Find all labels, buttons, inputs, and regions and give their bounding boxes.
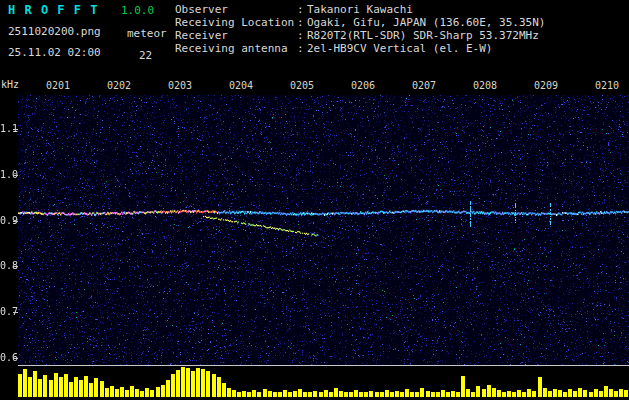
amp-bar	[94, 378, 98, 397]
amp-bar	[517, 390, 521, 397]
amp-bar	[599, 391, 603, 397]
amp-bar	[171, 374, 175, 397]
amp-bar	[344, 392, 348, 397]
info-line-receiver: Receiver:R820T2(RTL-SDR) SDR-Sharp 53.37…	[175, 29, 545, 42]
amp-bar	[415, 392, 419, 397]
amp-bar	[543, 388, 547, 397]
amp-bar	[69, 382, 73, 397]
amp-bar	[441, 390, 445, 397]
amp-bar	[176, 370, 180, 397]
amp-bar	[59, 377, 63, 397]
amp-bar	[227, 388, 231, 397]
amp-bar	[527, 389, 531, 397]
amp-bar	[385, 390, 389, 397]
amp-bar	[410, 392, 414, 397]
amp-bar	[339, 391, 343, 397]
time-tick-label: 0208	[473, 80, 497, 91]
info-value: Takanori Kawachi	[307, 3, 413, 16]
freq-tickmark	[13, 175, 18, 176]
amp-bar	[89, 383, 93, 397]
freq-tickmark	[13, 358, 18, 359]
app-title: H R O F F T	[8, 3, 98, 17]
info-colon: :	[297, 3, 307, 16]
amp-bar	[619, 389, 623, 397]
amp-bar	[115, 389, 119, 397]
amp-bar	[252, 390, 256, 397]
info-line-antenna: Receiving antenna:2el-HB9CV Vertical (el…	[175, 42, 545, 55]
info-label: Receiving antenna	[175, 42, 297, 55]
amp-bar	[288, 392, 292, 397]
amp-bar	[166, 380, 170, 397]
amp-bar	[354, 390, 358, 397]
amp-bar	[308, 392, 312, 397]
amp-bar	[538, 377, 542, 397]
amp-bar	[400, 392, 404, 397]
time-tick-label: 0210	[595, 80, 619, 91]
amp-bar	[364, 392, 368, 397]
amp-bar	[222, 383, 226, 397]
info-label: Observer	[175, 3, 297, 16]
amp-bar	[578, 388, 582, 397]
amp-bar	[431, 392, 435, 397]
amp-bar	[456, 392, 460, 397]
amp-bar	[28, 377, 32, 397]
amp-bar	[614, 391, 618, 397]
amp-bar	[135, 389, 139, 397]
amp-bar	[161, 385, 165, 397]
amp-bar	[186, 368, 190, 397]
amp-bar	[369, 391, 373, 397]
mode-label: meteor	[127, 27, 167, 40]
amp-bar	[84, 376, 88, 397]
amp-bar	[583, 390, 587, 397]
amp-bar	[278, 392, 282, 397]
freq-axis-unit: kHz	[1, 79, 19, 90]
amp-bar	[594, 389, 598, 397]
info-value: R820T2(RTL-SDR) SDR-Sharp 53.372MHz	[307, 29, 539, 42]
amp-bar	[105, 388, 109, 397]
amp-bar	[487, 385, 491, 397]
amp-bar	[150, 390, 154, 397]
amp-bar	[201, 369, 205, 397]
amp-bar	[54, 373, 58, 397]
time-tick-label: 0204	[229, 80, 253, 91]
amp-bar	[329, 392, 333, 397]
amp-bar	[609, 389, 613, 397]
amp-bar	[298, 389, 302, 397]
amp-bar	[74, 377, 78, 397]
freq-tickmark	[13, 266, 18, 267]
amp-bar	[426, 391, 430, 397]
amp-bar	[319, 392, 323, 397]
amp-bar	[79, 380, 83, 397]
amp-bar	[100, 381, 104, 397]
amp-bar	[375, 392, 379, 397]
amp-bar	[492, 388, 496, 397]
amp-bar	[303, 392, 307, 397]
amp-bar	[512, 392, 516, 397]
amp-bar	[33, 371, 37, 397]
amp-bar	[522, 392, 526, 397]
amp-bar	[237, 392, 241, 397]
amp-bar	[589, 392, 593, 397]
amp-bar	[232, 390, 236, 397]
amp-bar	[145, 388, 149, 397]
amp-bar	[18, 374, 22, 397]
amp-bar	[334, 388, 338, 397]
signal-strength-bars	[18, 366, 629, 397]
info-label: Receiver	[175, 29, 297, 42]
amp-bar	[257, 392, 261, 397]
amp-bar	[568, 389, 572, 397]
amp-bar	[349, 392, 353, 397]
output-filename: 2511020200.png	[8, 25, 101, 38]
amp-bar	[476, 386, 480, 397]
amp-bar	[196, 368, 200, 397]
amp-bar	[573, 391, 577, 397]
amp-bar	[140, 391, 144, 397]
amp-bar	[212, 374, 216, 397]
amp-bar	[130, 386, 134, 397]
amp-bar	[553, 389, 557, 397]
info-colon: :	[297, 42, 307, 55]
amp-bar	[502, 392, 506, 397]
app-version: 1.0.0	[121, 4, 154, 17]
amp-bar	[604, 386, 608, 397]
amp-bar	[548, 391, 552, 397]
